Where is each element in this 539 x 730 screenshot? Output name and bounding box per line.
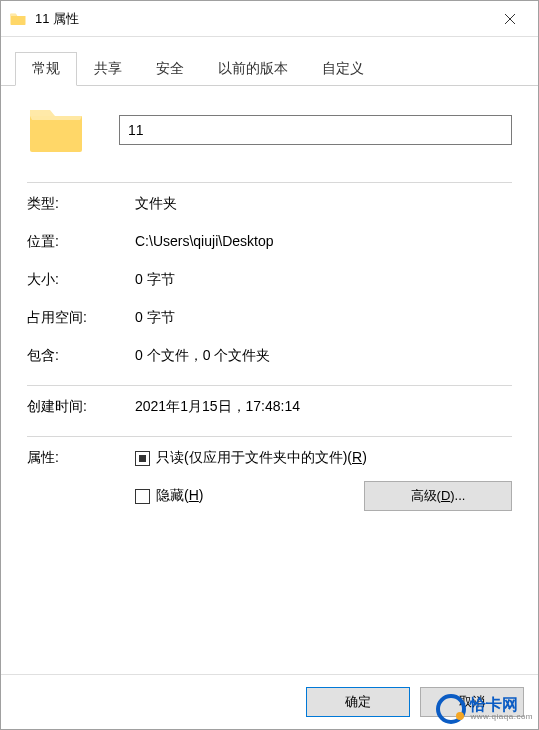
readonly-label: 只读(仅应用于文件夹中的文件)(R): [156, 449, 367, 467]
location-label: 位置:: [27, 233, 135, 251]
contains-value: 0 个文件，0 个文件夹: [135, 347, 512, 365]
folder-icon: [9, 10, 27, 28]
tab-security[interactable]: 安全: [139, 52, 201, 86]
divider: [27, 385, 512, 386]
titlebar: 11 属性: [1, 1, 538, 37]
tab-sharing[interactable]: 共享: [77, 52, 139, 86]
folder-large-icon: [27, 106, 85, 154]
created-value: 2021年1月15日，17:48:14: [135, 398, 512, 416]
cancel-button[interactable]: 取消: [420, 687, 524, 717]
close-button[interactable]: [490, 4, 530, 34]
attributes-label: 属性:: [27, 449, 135, 467]
hidden-checkbox[interactable]: [135, 489, 150, 504]
hidden-label: 隐藏(H): [156, 487, 203, 505]
tab-bar: 常规 共享 安全 以前的版本 自定义: [1, 37, 538, 86]
size-label: 大小:: [27, 271, 135, 289]
created-label: 创建时间:: [27, 398, 135, 416]
divider: [27, 436, 512, 437]
folder-name-input[interactable]: [119, 115, 512, 145]
tab-previous-versions[interactable]: 以前的版本: [201, 52, 305, 86]
tab-content: 类型: 文件夹 位置: C:\Users\qiuji\Desktop 大小: 0…: [1, 86, 538, 674]
diskspace-label: 占用空间:: [27, 309, 135, 327]
hidden-checkbox-row[interactable]: 隐藏(H): [135, 487, 203, 505]
dialog-footer: 确定 取消: [1, 674, 538, 729]
properties-dialog: 11 属性 常规 共享 安全 以前的版本 自定义 类型: 文件夹 位置: C:\…: [0, 0, 539, 730]
readonly-checkbox[interactable]: [135, 451, 150, 466]
tab-general[interactable]: 常规: [15, 52, 77, 86]
readonly-checkbox-row[interactable]: 只读(仅应用于文件夹中的文件)(R): [135, 449, 512, 467]
diskspace-value: 0 字节: [135, 309, 512, 327]
tab-custom[interactable]: 自定义: [305, 52, 381, 86]
size-value: 0 字节: [135, 271, 512, 289]
type-label: 类型:: [27, 195, 135, 213]
divider: [27, 182, 512, 183]
type-value: 文件夹: [135, 195, 512, 213]
advanced-button[interactable]: 高级(D)...: [364, 481, 512, 511]
contains-label: 包含:: [27, 347, 135, 365]
location-value: C:\Users\qiuji\Desktop: [135, 233, 512, 249]
ok-button[interactable]: 确定: [306, 687, 410, 717]
window-title: 11 属性: [35, 10, 490, 28]
